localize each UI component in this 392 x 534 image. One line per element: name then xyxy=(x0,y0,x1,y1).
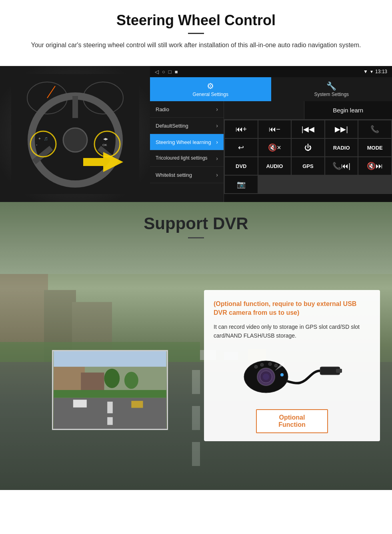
svg-point-47 xyxy=(257,368,275,386)
svg-text:◀▶: ◀▶ xyxy=(103,137,108,141)
svg-rect-40 xyxy=(54,351,166,367)
begin-learn-row: Begin learn xyxy=(224,101,392,120)
dvr-description: It can record video only to storage in G… xyxy=(214,322,370,340)
svg-rect-39 xyxy=(131,401,143,408)
android-statusbar: ◁ ○ □ ■ ▼ ▾ 13:13 xyxy=(150,66,392,77)
title-divider xyxy=(188,33,204,34)
begin-learn-label: Begin learn xyxy=(333,107,363,114)
svg-point-50 xyxy=(268,362,272,366)
tab-system-settings[interactable]: 🔧 System Settings xyxy=(271,77,392,101)
btn-prev-track[interactable]: |◀◀ xyxy=(292,120,324,138)
clock: 13:13 xyxy=(375,69,387,74)
menu-default-label: DefaultSetting xyxy=(156,123,188,129)
dvr-info-card: (Optional function, require to buy exter… xyxy=(204,290,380,441)
steering-wheel-photo: + - 🎵 ◀▶ OK xyxy=(0,66,150,202)
btn-gps[interactable]: GPS xyxy=(292,157,324,175)
statusbar-info: ▼ ▾ 13:13 xyxy=(363,69,387,74)
menu-item-tricolor[interactable]: Tricoloured light settings › xyxy=(150,150,224,167)
btn-mute[interactable]: 🔇× xyxy=(258,139,291,156)
svg-point-53 xyxy=(280,373,284,376)
tab-system-label: System Settings xyxy=(314,92,349,97)
svg-rect-32 xyxy=(107,417,113,425)
steering-demo: + - 🎵 ◀▶ OK ◁ ○ □ ■ ▼ ▾ 13:13 xyxy=(0,66,392,202)
android-ui-panel: ◁ ○ □ ■ ▼ ▾ 13:13 ⚙ General Settings 🔧 S… xyxy=(150,66,392,202)
svg-text:+: + xyxy=(38,136,41,141)
svg-text:OK: OK xyxy=(102,143,107,147)
svg-rect-19 xyxy=(192,406,200,430)
control-buttons-grid: ⏮+ ⏮− |◀◀ ▶▶| 📞 ↩ 🔇× ⏻ RADIO MODE DVD AU… xyxy=(224,120,392,194)
steering-section: Steering Wheel Control Your original car… xyxy=(0,0,392,66)
menu-arrow-icon-2: › xyxy=(216,122,218,129)
menu-arrow-icon-5: › xyxy=(216,172,218,178)
svg-rect-20 xyxy=(192,442,200,466)
btn-phone-prev[interactable]: 📞⏮| xyxy=(325,157,358,175)
svg-rect-28 xyxy=(0,202,392,274)
settings-content: Begin learn ⏮+ ⏮− |◀◀ ▶▶| 📞 ↩ 🔇× ⏻ RADIO… xyxy=(224,101,392,202)
btn-audio[interactable]: AUDIO xyxy=(258,157,291,175)
btn-phone[interactable]: 📞 xyxy=(358,120,391,138)
steering-description: Your original car's steering wheel contr… xyxy=(24,40,368,50)
dvr-camera-svg xyxy=(240,349,344,401)
gear-icon: ⚙ xyxy=(152,81,269,91)
menu-item-whitelist[interactable]: Whitelist setting › xyxy=(150,167,224,183)
menu-item-radio[interactable]: Radio › xyxy=(150,101,224,118)
dvr-optional-text: (Optional function, require to buy exter… xyxy=(214,300,370,318)
menu-arrow-icon: › xyxy=(216,106,218,112)
svg-point-8 xyxy=(63,128,87,152)
menu-arrow-icon-4: › xyxy=(216,155,218,162)
btn-back[interactable]: ↩ xyxy=(225,139,258,156)
menu-whitelist-label: Whitelist setting xyxy=(156,172,192,178)
tab-general-label: General Settings xyxy=(193,92,228,97)
btn-dvd[interactable]: DVD xyxy=(225,157,258,175)
menu-icon[interactable]: ■ xyxy=(175,69,178,75)
svg-text:🎵: 🎵 xyxy=(44,137,48,141)
btn-vol-down[interactable]: ⏮− xyxy=(258,120,291,138)
menu-radio-label: Radio xyxy=(156,106,169,112)
btn-radio[interactable]: RADIO xyxy=(325,139,358,156)
recents-icon[interactable]: □ xyxy=(168,69,172,75)
menu-tricolor-label: Tricoloured light settings xyxy=(156,155,208,162)
settings-body: Radio › DefaultSetting › Steering Wheel … xyxy=(150,101,392,202)
svg-rect-38 xyxy=(73,400,87,407)
menu-item-default[interactable]: DefaultSetting › xyxy=(150,118,224,134)
begin-learn-button[interactable]: Begin learn xyxy=(304,101,392,119)
steering-wheel-illustration: + - 🎵 ◀▶ OK xyxy=(11,74,139,194)
home-icon[interactable]: ○ xyxy=(162,69,165,75)
menu-arrow-icon-3: › xyxy=(216,139,218,145)
svg-point-48 xyxy=(254,365,258,368)
system-icon: 🔧 xyxy=(274,81,390,91)
dvr-thumbnail-inner xyxy=(53,351,167,429)
optional-function-button[interactable]: Optional Function xyxy=(256,409,328,433)
btn-camera[interactable]: 📷 xyxy=(225,176,258,193)
wifi-icon: ▾ xyxy=(370,69,373,74)
settings-menu: Radio › DefaultSetting › Steering Wheel … xyxy=(150,101,224,202)
steering-title: Steering Wheel Control xyxy=(16,12,376,29)
dvr-thumbnail-scene xyxy=(53,351,167,429)
settings-tabs: ⚙ General Settings 🔧 System Settings xyxy=(150,77,392,101)
svg-point-51 xyxy=(274,364,278,367)
menu-item-steering[interactable]: Steering Wheel learning › xyxy=(150,134,224,150)
signal-icon: ▼ xyxy=(363,69,368,74)
dvr-camera-image xyxy=(214,347,370,403)
svg-point-36 xyxy=(104,369,120,388)
btn-power[interactable]: ⏻ xyxy=(292,139,324,156)
svg-rect-34 xyxy=(54,367,85,390)
back-icon[interactable]: ◁ xyxy=(155,69,159,75)
svg-rect-18 xyxy=(192,370,200,394)
svg-rect-31 xyxy=(107,402,113,413)
dvr-footage-thumbnail xyxy=(52,350,168,430)
svg-point-37 xyxy=(124,372,138,389)
svg-rect-35 xyxy=(81,372,104,390)
btn-vol-up[interactable]: ⏮+ xyxy=(225,120,258,138)
svg-rect-33 xyxy=(54,390,166,398)
btn-mode[interactable]: MODE xyxy=(358,139,391,156)
tab-general-settings[interactable]: ⚙ General Settings xyxy=(150,77,271,101)
statusbar-nav-icons: ◁ ○ □ ■ xyxy=(155,69,178,75)
begin-learn-empty xyxy=(224,101,304,119)
btn-next-track[interactable]: ▶▶| xyxy=(325,120,358,138)
dvr-section: Support DVR xyxy=(0,202,392,490)
btn-phone-next[interactable]: 🔇⏭ xyxy=(358,157,391,175)
svg-text:-: - xyxy=(36,142,37,147)
svg-rect-42 xyxy=(336,369,342,373)
menu-steering-label: Steering Wheel learning xyxy=(156,139,211,145)
